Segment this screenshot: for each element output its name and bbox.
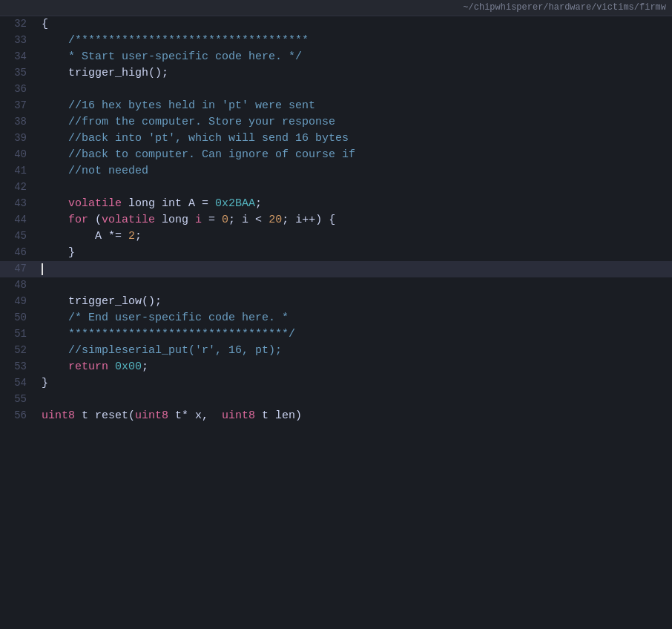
line-number: 41 <box>0 163 39 178</box>
code-line: 45 A *= 2; <box>0 228 672 245</box>
line-content: //simpleserial_put('r', 16, pt); <box>39 343 672 359</box>
line-content: *********************************/ <box>39 326 672 343</box>
line-number: 35 <box>0 65 39 80</box>
line-number: 54 <box>0 375 39 390</box>
line-number: 51 <box>0 326 39 341</box>
code-line: 52 //simpleserial_put('r', 16, pt); <box>0 343 672 359</box>
line-content: for (volatile long i = 0; i < 20; i++) { <box>39 212 672 228</box>
line-number: 50 <box>0 310 39 325</box>
code-line: 39 //back into 'pt', which will send 16 … <box>0 131 672 147</box>
line-content: volatile long int A = 0x2BAA; <box>39 196 672 212</box>
title-bar: ~/chipwhisperer/hardware/victims/firmw <box>0 0 672 16</box>
code-line: 55 <box>0 392 672 408</box>
line-content: * Start user-specific code here. */ <box>39 49 672 65</box>
line-content: //not needed <box>39 163 672 180</box>
line-content: trigger_high(); <box>39 65 672 82</box>
code-line: 36 <box>0 82 672 98</box>
line-number: 37 <box>0 98 39 113</box>
line-number: 39 <box>0 131 39 145</box>
line-content: /* End user-specific code here. * <box>39 310 672 326</box>
line-number: 55 <box>0 392 39 406</box>
line-number: 46 <box>0 245 39 260</box>
code-line: 37 //16 hex bytes held in 'pt' were sent <box>0 98 672 114</box>
line-content: //16 hex bytes held in 'pt' were sent <box>39 98 672 114</box>
code-line: 54} <box>0 375 672 392</box>
line-number: 43 <box>0 196 39 211</box>
line-content: /*********************************** <box>39 33 672 49</box>
line-number: 40 <box>0 147 39 162</box>
line-number: 38 <box>0 114 39 129</box>
code-line: 43 volatile long int A = 0x2BAA; <box>0 196 672 212</box>
code-line: 48 <box>0 277 672 294</box>
line-number: 49 <box>0 294 39 309</box>
line-number: 47 <box>0 261 39 276</box>
line-content: } <box>39 245 672 261</box>
line-number: 53 <box>0 359 39 374</box>
code-line: 35 trigger_high(); <box>0 65 672 82</box>
code-line: 32{ <box>0 16 672 33</box>
line-content: A *= 2; <box>39 228 672 245</box>
text-cursor <box>42 263 43 275</box>
line-content: uint8 t reset(uint8 t* x, uint8 t len) <box>39 408 672 424</box>
code-line: 56uint8 t reset(uint8 t* x, uint8 t len) <box>0 408 672 424</box>
code-line: 46 } <box>0 245 672 261</box>
code-editor: ~/chipwhisperer/hardware/victims/firmw 3… <box>0 0 672 629</box>
line-content <box>39 261 672 277</box>
line-number: 44 <box>0 212 39 227</box>
code-line: 49 trigger_low(); <box>0 294 672 310</box>
line-number: 56 <box>0 408 39 423</box>
line-content: return 0x00; <box>39 359 672 375</box>
line-content: trigger_low(); <box>39 294 672 310</box>
line-number: 52 <box>0 343 39 358</box>
code-line: 42 <box>0 180 672 196</box>
line-number: 36 <box>0 82 39 96</box>
code-line: 33 /*********************************** <box>0 33 672 49</box>
line-number: 33 <box>0 33 39 47</box>
line-number: 48 <box>0 277 39 292</box>
code-line: 34 * Start user-specific code here. */ <box>0 49 672 65</box>
line-content: //from the computer. Store your response <box>39 114 672 131</box>
code-line: 40 //back to computer. Can ignore of cou… <box>0 147 672 163</box>
code-line: 41 //not needed <box>0 163 672 180</box>
line-number: 45 <box>0 228 39 243</box>
code-line: 50 /* End user-specific code here. * <box>0 310 672 326</box>
code-line: 44 for (volatile long i = 0; i < 20; i++… <box>0 212 672 228</box>
code-line: 51 *********************************/ <box>0 326 672 343</box>
code-line: 53 return 0x00; <box>0 359 672 375</box>
code-line: 47 <box>0 261 672 277</box>
line-content: //back into 'pt', which will send 16 byt… <box>39 131 672 147</box>
line-number: 42 <box>0 180 39 194</box>
code-line: 38 //from the computer. Store your respo… <box>0 114 672 131</box>
line-number: 32 <box>0 16 39 31</box>
line-number: 34 <box>0 49 39 64</box>
line-content: //back to computer. Can ignore of course… <box>39 147 672 163</box>
code-area[interactable]: 32{33 /*********************************… <box>0 16 672 424</box>
line-content: } <box>39 375 672 392</box>
line-content: { <box>39 16 672 33</box>
